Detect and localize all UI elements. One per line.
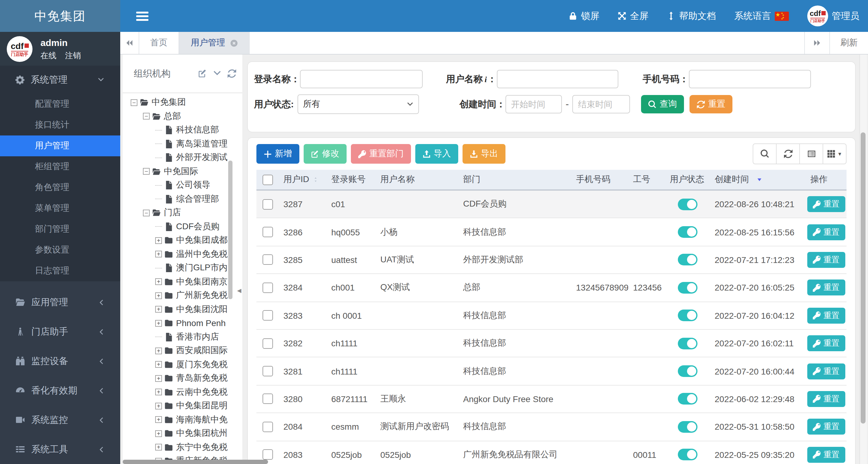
table-row[interactable]: 3285uattestUAT测试外部开发测试部2022-07-21 17:12:…	[256, 246, 846, 274]
row-checkbox[interactable]	[262, 255, 273, 265]
tree-node[interactable]: +中免集团成都	[123, 234, 242, 247]
end-time-input[interactable]	[572, 95, 630, 113]
tree-node[interactable]: +中免集团沈阳	[123, 302, 242, 316]
sidebar-item-系统工具[interactable]: 系统工具	[0, 435, 120, 464]
toolbar-button-导入[interactable]: 导入	[415, 144, 458, 164]
row-reset-button[interactable]: 重置	[807, 224, 845, 240]
collapse-toggle-icon[interactable]: −	[143, 113, 150, 120]
tree-node[interactable]: 综合管理部	[123, 192, 242, 206]
view-button-table-list[interactable]	[799, 143, 823, 164]
status-toggle[interactable]	[678, 310, 697, 322]
toolbar-button-重置部门[interactable]: 重置部门	[351, 144, 411, 164]
column-header-emp_no[interactable]: 工号	[628, 174, 665, 185]
expand-toggle-icon[interactable]: +	[155, 375, 162, 382]
phone-input[interactable]	[689, 70, 811, 88]
row-reset-button[interactable]: 重置	[807, 280, 845, 296]
status-toggle[interactable]	[678, 282, 697, 294]
row-checkbox[interactable]	[262, 366, 273, 376]
sidebar-item-参数设置[interactable]: 参数设置	[0, 240, 120, 261]
online-status-link[interactable]: 在线	[40, 50, 56, 61]
tree-node[interactable]: +广州新免免税	[123, 289, 242, 302]
row-checkbox[interactable]	[262, 449, 273, 460]
tree-node[interactable]: −门店	[123, 206, 242, 220]
tree-node[interactable]: 澳门GLP市内	[123, 261, 242, 275]
sidebar-item-门店助手[interactable]: 门店助手	[0, 317, 120, 346]
tree-node[interactable]: +中免集团南京	[123, 275, 242, 289]
fullscreen-button[interactable]: 全屏	[618, 10, 648, 22]
table-row[interactable]: 3284ch001QX测试总部132456789091234562022-07-…	[256, 274, 846, 302]
close-icon[interactable]	[230, 39, 238, 47]
page-horizontal-scrollbar[interactable]	[123, 460, 268, 464]
sidebar-item-应用管理[interactable]: 应用管理	[0, 288, 120, 317]
expand-toggle-icon[interactable]: +	[155, 347, 162, 354]
page-vertical-scrollbar[interactable]	[860, 55, 867, 464]
row-checkbox[interactable]	[262, 338, 273, 349]
query-button[interactable]: 查询	[641, 95, 684, 113]
tab-refresh-button[interactable]: 刷新	[829, 32, 868, 54]
table-row[interactable]: 20830525job0525job广州新免免税品有限公司000112022-0…	[256, 441, 846, 464]
expand-toggle-icon[interactable]: +	[155, 320, 162, 327]
table-row[interactable]: 3281ch1111科技信息部2022-07-20 16:00:44重置	[256, 358, 846, 386]
start-time-input[interactable]	[505, 95, 562, 113]
row-reset-button[interactable]: 重置	[807, 391, 845, 407]
expand-toggle-icon[interactable]: +	[155, 417, 162, 423]
row-checkbox[interactable]	[262, 422, 273, 432]
column-header-action[interactable]: 操作	[805, 174, 846, 185]
edit-icon[interactable]	[198, 69, 207, 78]
expand-toggle-icon[interactable]: +	[155, 444, 162, 451]
table-row[interactable]: 3282ch1111科技信息部2022-07-20 16:02:11重置	[256, 330, 846, 358]
tree-node[interactable]: +中免集团杭州	[123, 427, 242, 440]
column-header-status[interactable]: 用户状态	[665, 174, 710, 185]
chevron-down-icon[interactable]	[213, 69, 221, 78]
tree-node[interactable]: +中免集团昆明	[123, 399, 242, 413]
toolbar-button-新增[interactable]: 新增	[256, 144, 299, 164]
row-reset-button[interactable]: 重置	[807, 196, 845, 212]
tree-node[interactable]: +东宁中免免税	[123, 440, 242, 454]
row-reset-button[interactable]: 重置	[807, 446, 845, 462]
column-header-account[interactable]: 登录账号	[327, 174, 375, 185]
table-row[interactable]: 328068721111王顺永Angkor Duty Free Store202…	[256, 385, 846, 413]
tree-node[interactable]: −中免集团	[123, 96, 242, 109]
sidebar-item-角色管理[interactable]: 角色管理	[0, 177, 120, 198]
status-toggle[interactable]	[678, 365, 697, 377]
refresh-icon[interactable]	[227, 69, 236, 78]
view-button-grid[interactable]: ▼	[823, 143, 846, 164]
reset-button[interactable]: 重置	[690, 95, 733, 113]
view-button-refresh[interactable]	[776, 143, 800, 164]
logout-link[interactable]: 注销	[65, 50, 81, 61]
tree-node[interactable]: 科技信息部	[123, 123, 242, 137]
status-toggle[interactable]	[678, 254, 697, 266]
user-status-select[interactable]: 所有	[298, 94, 419, 114]
sort-desc-icon[interactable]	[756, 176, 763, 183]
toolbar-button-修改[interactable]: 修改	[304, 144, 347, 164]
toolbar-button-导出[interactable]: 导出	[463, 144, 505, 164]
status-toggle[interactable]	[678, 421, 697, 433]
row-reset-button[interactable]: 重置	[807, 335, 845, 351]
user-menu[interactable]: cdf门店助手 管理员	[807, 5, 860, 26]
status-toggle[interactable]	[678, 449, 697, 460]
column-header-phone[interactable]: 手机号码	[571, 174, 628, 185]
table-row[interactable]: 3286hq0055小杨科技信息部2022-08-25 16:15:56重置	[256, 219, 846, 246]
row-reset-button[interactable]: 重置	[807, 363, 845, 379]
help-docs-button[interactable]: 帮助文档	[667, 10, 716, 22]
tree-node[interactable]: +厦门东免免税	[123, 358, 242, 371]
expand-toggle-icon[interactable]: +	[155, 251, 162, 258]
tree-node[interactable]: 离岛渠道管理	[123, 137, 242, 151]
column-header-id[interactable]: 用户ID	[279, 174, 327, 185]
view-button-search[interactable]	[753, 143, 777, 164]
expand-toggle-icon[interactable]: +	[155, 430, 162, 437]
table-row[interactable]: 3287c01CDF会员购2022-08-26 10:48:21重置	[256, 191, 846, 219]
lock-screen-button[interactable]: 锁屏	[569, 10, 599, 22]
sidebar-item-配置管理[interactable]: 配置管理	[0, 94, 120, 114]
sidebar-item-柜组管理[interactable]: 柜组管理	[0, 156, 120, 177]
tree-node[interactable]: −总部	[123, 109, 242, 123]
row-reset-button[interactable]: 重置	[807, 308, 845, 324]
tree-node[interactable]: 香港市内店	[123, 330, 242, 344]
collapse-toggle-icon[interactable]: −	[143, 210, 150, 217]
select-all-checkbox[interactable]	[262, 174, 273, 185]
column-header-dept[interactable]: 部门	[458, 174, 571, 185]
sidebar-item-监控设备[interactable]: 监控设备	[0, 346, 120, 376]
tab-home[interactable]: 首页	[138, 32, 179, 54]
tree-node[interactable]: −中免国际	[123, 165, 242, 178]
tree-node[interactable]: +海南海航中免	[123, 413, 242, 427]
